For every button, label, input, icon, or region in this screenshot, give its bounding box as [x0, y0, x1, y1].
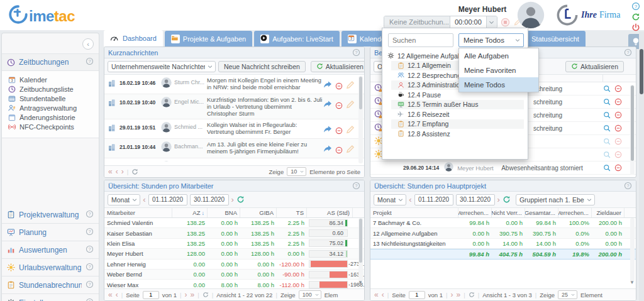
tab-projekte-aufgaben[interactable]: Projekte & Aufgaben: [165, 31, 252, 47]
new-message-button[interactable]: Neue Nachricht schreiben: [218, 61, 306, 72]
refresh-icon[interactable]: [236, 195, 245, 204]
project-row[interactable]: 7 Bachmayr & Co.99.84 h0.00 h99.84 h100.…: [370, 218, 636, 228]
sidebar-collapse-button[interactable]: ‹: [82, 38, 94, 50]
first-page-icon[interactable]: «: [108, 168, 113, 175]
help-icon[interactable]: ?: [86, 280, 94, 290]
column-header-ts[interactable]: TS: [277, 208, 307, 217]
help-icon[interactable]: ?: [352, 182, 360, 190]
remove-icon[interactable]: [614, 124, 622, 132]
page-input[interactable]: [143, 291, 159, 299]
next-period-icon[interactable]: ›: [497, 195, 500, 204]
scroll-down-icon[interactable]: ▼: [630, 280, 635, 285]
column-header-as-std[interactable]: AS (Std): [307, 208, 353, 217]
employee-row[interactable]: Klein Elisa138.250.00 h138.25 h2.25 h75.…: [104, 239, 364, 249]
notifications-scrollbar[interactable]: [630, 85, 635, 175]
project-scrollbar[interactable]: [630, 218, 635, 282]
user-avatar[interactable]: [517, 1, 545, 29]
remove-icon[interactable]: [614, 164, 622, 172]
magnifier-icon[interactable]: [603, 111, 611, 119]
refresh-notifications-button[interactable]: Aktualisieren: [565, 61, 624, 72]
prev-period-icon[interactable]: ‹: [143, 195, 145, 204]
page-size-select[interactable]: 25: [558, 290, 577, 299]
column-header-verrechen[interactable]: Verrechen...: [458, 208, 492, 217]
refresh-icon[interactable]: [631, 13, 640, 21]
delete-icon[interactable]: [335, 124, 343, 137]
share-icon[interactable]: [323, 124, 333, 137]
messages-scrollbar[interactable]: [358, 76, 363, 163]
help-icon[interactable]: ?: [624, 182, 632, 190]
filter-option-alle-aufgaben[interactable]: Alle Aufgaben: [459, 48, 538, 63]
help-icon[interactable]: ?: [86, 245, 94, 255]
sidebar-item-kalender[interactable]: 3Kalender: [2, 75, 99, 84]
employee-row[interactable]: Kaiser Sebastian138.250.00 h138.25 h2.25…: [104, 228, 364, 238]
page-size-select[interactable]: 10: [287, 167, 306, 176]
group-by-select[interactable]: Gruppiert nach 1. Ebene: [516, 194, 595, 205]
message-row[interactable]: 14.01.19 10:38Meyer Hu...Heute In-House-…: [104, 158, 364, 161]
page-size-select[interactable]: 100: [299, 290, 321, 299]
help-icon[interactable]: ?: [624, 48, 632, 57]
magnifier-icon[interactable]: [603, 124, 611, 132]
task-filter-select[interactable]: Meine Todos: [458, 33, 524, 47]
employee-row[interactable]: Lehner Herwig0.000.00 h0.00 h-120.00 h-2…: [104, 260, 364, 270]
column-header-mitarbeiter[interactable]: Mitarbeiter: [104, 208, 172, 217]
last-page-icon[interactable]: »: [457, 291, 461, 298]
remove-icon[interactable]: [614, 98, 622, 106]
magnifier-icon[interactable]: [603, 138, 611, 145]
help-icon[interactable]: ?: [86, 298, 94, 301]
column-header-gesamtar[interactable]: Gesamtar...: [525, 208, 558, 217]
first-page-icon[interactable]: «: [108, 291, 113, 298]
delete-icon[interactable]: [335, 99, 343, 112]
prev-period-icon[interactable]: ‹: [409, 195, 411, 204]
delete-icon[interactable]: [335, 80, 343, 92]
sidebar-section-auswertungen[interactable]: Auswertungen?: [2, 241, 99, 259]
remove-icon[interactable]: [614, 138, 622, 145]
remove-icon[interactable]: [614, 151, 622, 158]
sidebar-section-projektverwaltung[interactable]: Projektverwaltung?: [2, 206, 99, 224]
employee-scrollbar[interactable]: [358, 218, 363, 282]
help-icon[interactable]: ?: [86, 57, 94, 67]
date-from-input[interactable]: [148, 194, 187, 205]
help-icon[interactable]: ?: [86, 263, 94, 273]
stop-icon[interactable]: [501, 18, 510, 27]
employee-row[interactable]: Schmied Valentin138.250.00 h138.25 h2.25…: [104, 218, 364, 228]
task-tree-item-12-7-empfang[interactable]: 12.7 Empfang: [391, 119, 524, 129]
prev-page-icon[interactable]: ‹: [382, 291, 384, 298]
notification-row[interactable]: 29.06.20 14:14Meyer HubertAbwesenheitsan…: [370, 161, 636, 175]
period-select[interactable]: Monat: [374, 194, 406, 205]
sidebar-section-zeitbuchungen[interactable]: Zeitbuchungen?: [2, 53, 99, 71]
prev-page-icon[interactable]: ‹: [116, 168, 118, 175]
message-row[interactable]: 10.02.19 10:40Engel Mic...Kurzfristige I…: [104, 94, 364, 119]
tab-aufgaben-livestart[interactable]: Aufgaben: LiveStart: [254, 31, 340, 47]
project-row[interactable]: 12 Allgemeine Aufgaben0.00 h390.75 h390.…: [370, 228, 636, 238]
task-tree-item-12-5-termin-außer-haus[interactable]: 12.5 Termin außer Haus: [391, 100, 524, 110]
period-select[interactable]: Monat: [108, 194, 140, 205]
task-tree-item-12-8-assistenz[interactable]: 12.8 Assistenz: [382, 129, 528, 139]
current-task-label[interactable]: Keine Zeitbuchun...: [384, 16, 450, 28]
share-icon[interactable]: [323, 144, 333, 156]
sidebar-item-stundentabelle[interactable]: Stundentabelle: [2, 94, 99, 103]
next-page-icon[interactable]: ›: [185, 291, 187, 298]
sidebar-section-urlaubsverwaltung[interactable]: Urlaubsverwaltung?: [2, 259, 99, 276]
chevron-down-icon[interactable]: [486, 16, 497, 28]
message-row[interactable]: 29.01.19 10:51Schmied ...Kollegin Walser…: [104, 119, 364, 139]
sidebar-item-änderungshistorie[interactable]: Änderungshistorie: [2, 112, 99, 122]
column-header-bna[interactable]: BNA: [208, 208, 240, 217]
magnifier-icon[interactable]: [603, 98, 611, 106]
sidebar-section-stundenabrechnung[interactable]: Stundenabrechnung?: [2, 276, 99, 294]
column-header-zieldauer[interactable]: Zieldauer: [592, 208, 625, 217]
share-icon[interactable]: [323, 80, 333, 92]
column-header-projekt[interactable]: Projekt: [370, 208, 458, 217]
next-period-icon[interactable]: ›: [231, 195, 234, 204]
first-page-icon[interactable]: «: [374, 291, 379, 298]
timetac-logo[interactable]: ime tac: [8, 4, 75, 25]
date-to-input[interactable]: [190, 194, 229, 205]
sidebar-section-einstellungen[interactable]: Einstellungen?: [2, 294, 99, 301]
sidebar-item-zeitbuchungsliste[interactable]: Zeitbuchungsliste: [2, 84, 99, 94]
prev-page-icon[interactable]: ‹: [116, 291, 118, 298]
column-header-giba[interactable]: GIBA: [240, 208, 277, 217]
magnifier-icon[interactable]: [603, 164, 611, 172]
search-input[interactable]: [388, 33, 453, 47]
next-page-icon[interactable]: ›: [451, 291, 453, 298]
scrollbar-thumb[interactable]: [640, 49, 643, 94]
column-header-nicht-verr[interactable]: Nicht Verr...: [492, 208, 525, 217]
